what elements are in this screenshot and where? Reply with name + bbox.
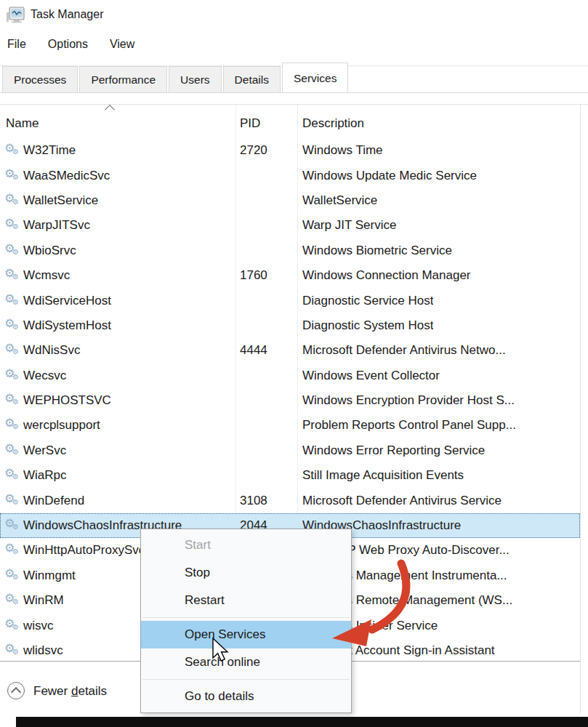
fewer-details-label-rest: etails [78, 684, 107, 698]
menu-item-restart[interactable]: Restart [141, 587, 351, 614]
window-title: Task Manager [31, 8, 104, 21]
service-gear-icon: ⚙⚙ [4, 518, 22, 534]
service-gear-icon: ⚙⚙ [4, 142, 22, 158]
service-description: Windows Error Reporting Service [302, 443, 485, 458]
menu-item-label: Start [185, 538, 211, 552]
service-description: Microsoft Defender Antivirus Service [302, 494, 502, 508]
tab-details[interactable]: Details [223, 66, 281, 92]
service-description: Still Image Acquisition Events [302, 468, 464, 483]
service-gear-icon: ⚙⚙ [4, 443, 22, 459]
service-gear-icon: ⚙⚙ [4, 643, 22, 659]
sort-asc-icon [105, 105, 115, 115]
service-description: WalletService [302, 193, 377, 208]
service-gear-icon: ⚙⚙ [4, 293, 22, 309]
service-gear-icon: ⚙⚙ [4, 417, 22, 433]
service-name: WdNisSvc [23, 343, 80, 358]
service-description: Windows Encryption Provider Host S... [302, 393, 515, 408]
service-gear-icon: ⚙⚙ [4, 342, 22, 358]
table-row[interactable]: ⚙⚙ WerSvc Windows Error Reporting Servic… [0, 438, 580, 463]
tab-strip: Processes Performance Users Details Serv… [2, 66, 350, 92]
fewer-details-button[interactable]: Fewer details [33, 684, 107, 699]
service-description: Diagnostic System Host [302, 318, 433, 333]
service-pid: 4444 [240, 343, 267, 358]
service-gear-icon: ⚙⚙ [4, 618, 22, 634]
table-row[interactable]: ⚙⚙ WiaRpc Still Image Acquisition Events [0, 463, 580, 488]
column-header-description[interactable]: Description [302, 116, 364, 131]
service-name: WinHttpAutoProxySvc [23, 543, 145, 558]
table-row[interactable]: ⚙⚙ wercplsupport Problem Reports Control… [0, 413, 580, 438]
column-header-pid[interactable]: PID [240, 116, 260, 131]
service-name: W32Time [23, 143, 76, 158]
service-gear-icon: ⚙⚙ [4, 193, 22, 209]
menu-item-label: Go to details [185, 689, 254, 703]
menu-item-label: Restart [185, 593, 225, 607]
menu-item-go-to-details[interactable]: Go to details [141, 683, 351, 710]
service-name: WEPHOSTSVC [23, 393, 111, 408]
service-gear-icon: ⚙⚙ [4, 268, 22, 284]
bottom-taskbar-strip [16, 717, 588, 727]
service-pid: 3108 [240, 494, 267, 508]
table-row[interactable]: ⚙⚙ WdNisSvc 4444 Microsoft Defender Anti… [0, 338, 580, 363]
menu-separator [142, 617, 350, 618]
menu-item-stop[interactable]: Stop [141, 559, 351, 587]
menu-options[interactable]: Options [48, 38, 88, 57]
table-row[interactable]: ⚙⚙ WdiSystemHost Diagnostic System Host [0, 313, 580, 338]
table-row[interactable]: ⚙⚙ WinDefend 3108 Microsoft Defender Ant… [0, 488, 580, 513]
table-row[interactable]: ⚙⚙ WaaSMedicSvc Windows Update Medic Ser… [0, 163, 580, 188]
tab-performance[interactable]: Performance [79, 66, 167, 92]
service-gear-icon: ⚙⚙ [4, 368, 22, 384]
service-name: WinRM [23, 593, 64, 608]
tab-users[interactable]: Users [169, 66, 221, 92]
service-gear-icon: ⚙⚙ [4, 493, 22, 509]
service-name: WdiServiceHost [23, 294, 111, 308]
table-row[interactable]: ⚙⚙ WdiServiceHost Diagnostic Service Hos… [0, 288, 580, 313]
title-bar: Task Manager [0, 0, 588, 33]
menu-bar: File Options View [7, 38, 156, 57]
service-gear-icon: ⚙⚙ [4, 393, 22, 409]
service-description: Problem Reports Control Panel Supp... [302, 418, 516, 433]
service-pid: 2720 [240, 143, 267, 158]
service-name: Wcmsvc [23, 268, 70, 283]
service-gear-icon: ⚙⚙ [4, 217, 22, 233]
service-description: Windows Update Medic Service [302, 169, 477, 183]
list-top-border [0, 104, 588, 105]
service-description: Windows Time [302, 143, 383, 158]
service-gear-icon: ⚙⚙ [4, 593, 22, 608]
fewer-details-chevron-icon[interactable] [7, 682, 25, 699]
service-name: wisvc [23, 619, 54, 633]
table-row[interactable]: ⚙⚙ WEPHOSTSVC Windows Encryption Provide… [0, 388, 580, 413]
menu-view[interactable]: View [110, 38, 134, 57]
service-name: WalletService [23, 193, 98, 208]
table-row[interactable]: ⚙⚙ WalletService WalletService [0, 188, 580, 213]
service-name: WerSvc [23, 443, 66, 458]
menu-item-start[interactable]: Start [141, 531, 351, 559]
menu-file[interactable]: File [7, 38, 26, 57]
service-description: Windows Biometric Service [302, 244, 452, 258]
service-name: Winmgmt [23, 569, 76, 583]
service-name: WbioSrvc [23, 244, 76, 258]
service-gear-icon: ⚙⚙ [4, 542, 22, 558]
table-row[interactable]: ⚙⚙ W32Time 2720 Windows Time [0, 138, 580, 163]
list-right-border [580, 105, 581, 714]
table-row[interactable]: ⚙⚙ WbioSrvc Windows Biometric Service [0, 238, 580, 263]
menu-item-open-services[interactable]: Open Services [141, 621, 351, 648]
menu-item-search-online[interactable]: Search online [141, 648, 351, 676]
service-name: Wecsvc [23, 369, 66, 383]
service-pid: 1760 [240, 268, 267, 283]
service-gear-icon: ⚙⚙ [4, 467, 22, 483]
menu-item-label: Stop [185, 566, 210, 579]
column-header-name[interactable]: Name [6, 116, 39, 131]
table-row[interactable]: ⚙⚙ WarpJITSvc Warp JIT Service [0, 213, 580, 238]
table-row[interactable]: ⚙⚙ Wcmsvc 1760 Windows Connection Manage… [0, 263, 580, 288]
table-row[interactable]: ⚙⚙ Wecsvc Windows Event Collector [0, 364, 580, 388]
tab-processes[interactable]: Processes [2, 66, 78, 92]
service-name: WdiSystemHost [23, 318, 111, 333]
task-manager-window: Task Manager File Options View Processes… [0, 0, 588, 727]
service-description: Microsoft Defender Antivirus Netwo... [302, 343, 506, 358]
tab-services[interactable]: Services [282, 63, 348, 92]
service-name: wlidsvc [23, 643, 63, 658]
fewer-details-label: Fewer [33, 684, 71, 698]
mouse-cursor [212, 638, 231, 664]
service-name: WaaSMedicSvc [23, 169, 110, 183]
menu-separator [142, 679, 350, 680]
